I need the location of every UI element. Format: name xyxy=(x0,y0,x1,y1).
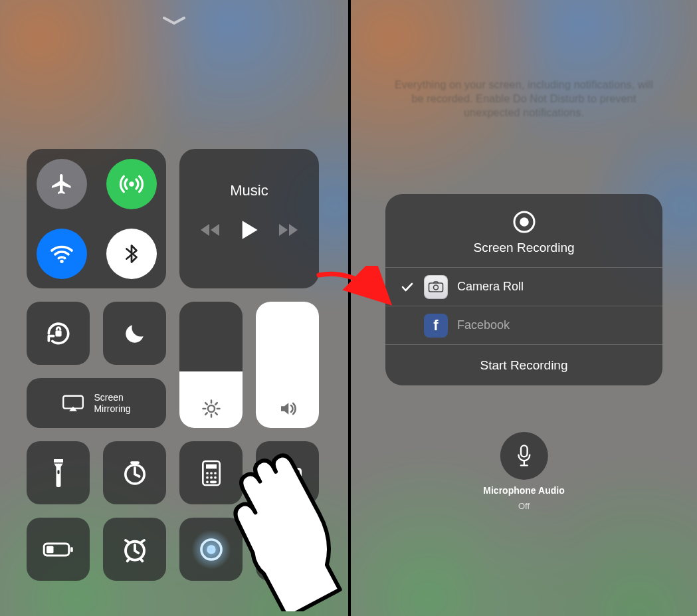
svg-rect-24 xyxy=(274,547,276,552)
volume-slider[interactable] xyxy=(256,302,319,428)
svg-point-1 xyxy=(60,259,63,262)
cellular-icon xyxy=(118,171,145,197)
music-title: Music xyxy=(230,182,268,199)
svg-rect-8 xyxy=(206,464,217,468)
svg-rect-16 xyxy=(210,480,217,483)
start-recording-button[interactable]: Start Recording xyxy=(385,344,662,385)
connectivity-platter[interactable] xyxy=(27,149,166,288)
airplane-mode-toggle[interactable] xyxy=(37,159,87,209)
voice-memos-button[interactable] xyxy=(256,518,319,581)
wifi-icon xyxy=(49,241,75,267)
screen-recording-button[interactable] xyxy=(179,518,243,581)
alarm-button[interactable] xyxy=(103,518,166,581)
airplay-icon xyxy=(62,395,84,412)
photos-app-icon xyxy=(424,275,448,299)
svg-point-13 xyxy=(210,476,213,478)
camera-button[interactable] xyxy=(256,441,319,504)
svg-rect-32 xyxy=(298,547,299,552)
low-power-button[interactable] xyxy=(27,518,90,581)
svg-point-3 xyxy=(208,405,215,412)
destination-facebook[interactable]: f Facebook xyxy=(385,306,662,344)
record-icon xyxy=(512,210,536,234)
microphone-label: Microphone Audio xyxy=(483,485,564,496)
calculator-button[interactable] xyxy=(179,441,243,504)
calculator-icon xyxy=(201,460,221,486)
svg-rect-20 xyxy=(47,546,54,553)
camera-roll-label: Camera Roll xyxy=(457,280,524,294)
svg-rect-35 xyxy=(429,283,443,292)
alarm-icon xyxy=(121,536,149,564)
music-platter[interactable]: Music xyxy=(179,149,319,288)
checkmark-icon xyxy=(401,282,413,292)
facebook-app-icon: f xyxy=(424,314,448,338)
svg-point-11 xyxy=(214,472,217,474)
control-center: Music xyxy=(27,0,322,616)
volume-icon xyxy=(256,399,319,419)
svg-point-10 xyxy=(210,472,213,474)
svg-rect-26 xyxy=(280,543,282,556)
svg-rect-5 xyxy=(57,470,59,474)
facebook-label: Facebook xyxy=(457,318,510,332)
svg-point-12 xyxy=(206,476,209,478)
svg-point-15 xyxy=(206,480,209,483)
svg-point-34 xyxy=(520,217,529,227)
wifi-toggle[interactable] xyxy=(37,229,87,279)
svg-rect-29 xyxy=(289,546,290,553)
svg-rect-28 xyxy=(286,541,287,557)
cellular-data-toggle[interactable] xyxy=(106,159,157,209)
rewind-icon[interactable] xyxy=(200,223,220,240)
bottom-controls xyxy=(27,441,319,581)
microphone-icon xyxy=(515,444,532,468)
bluetooth-toggle[interactable] xyxy=(106,229,157,279)
svg-rect-19 xyxy=(70,547,73,552)
airplane-icon xyxy=(50,172,74,196)
bluetooth-icon xyxy=(122,241,142,267)
svg-rect-27 xyxy=(283,546,284,553)
press-highlight xyxy=(191,530,231,569)
svg-point-14 xyxy=(214,476,217,478)
brightness-slider[interactable] xyxy=(179,302,243,428)
svg-point-17 xyxy=(283,470,292,479)
screen-mirroring-button[interactable]: Screen Mirroring xyxy=(27,378,166,428)
svg-point-0 xyxy=(129,181,134,186)
chevron-down-icon xyxy=(162,16,186,25)
svg-point-9 xyxy=(206,472,209,474)
microphone-state: Off xyxy=(518,501,530,511)
svg-rect-2 xyxy=(55,330,61,336)
svg-rect-30 xyxy=(292,543,293,556)
svg-point-36 xyxy=(434,285,439,290)
do-not-disturb-toggle[interactable] xyxy=(103,302,166,365)
play-icon[interactable] xyxy=(240,219,258,243)
timer-icon xyxy=(122,460,148,486)
start-recording-label: Start Recording xyxy=(480,358,567,373)
dialog-title: Screen Recording xyxy=(473,241,574,255)
microphone-toggle[interactable]: Microphone Audio Off xyxy=(483,432,564,511)
brightness-icon xyxy=(179,399,243,419)
svg-rect-37 xyxy=(521,445,528,457)
svg-rect-31 xyxy=(295,545,296,554)
battery-icon xyxy=(43,541,74,558)
svg-rect-25 xyxy=(277,545,278,554)
forward-icon[interactable] xyxy=(278,223,298,240)
rotation-lock-icon xyxy=(44,319,73,348)
destination-camera-roll[interactable]: Camera Roll xyxy=(385,267,662,306)
flashlight-icon xyxy=(52,459,65,487)
recording-warning-text: Everything on your screen, including not… xyxy=(391,78,657,120)
rotation-lock-toggle[interactable] xyxy=(27,302,90,365)
moon-icon xyxy=(122,321,148,346)
flashlight-button[interactable] xyxy=(27,441,90,504)
screen-recording-dialog: Screen Recording Camera Roll f Facebook … xyxy=(385,194,662,385)
screen-mirroring-label: Screen Mirroring xyxy=(94,392,130,413)
timer-button[interactable] xyxy=(103,441,166,504)
camera-icon xyxy=(274,462,302,484)
waveform-icon xyxy=(273,540,302,560)
